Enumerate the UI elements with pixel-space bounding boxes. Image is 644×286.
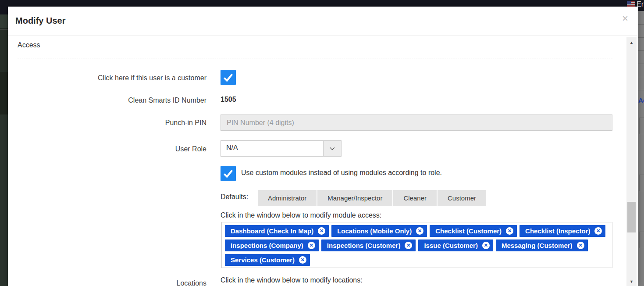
background-button-outline — [639, 118, 644, 134]
scroll-down-icon[interactable]: ▼ — [626, 278, 637, 285]
locations-hint: Click in the window below to modify loca… — [221, 276, 363, 284]
table-row-divider — [638, 24, 644, 25]
background-link-fragment: Ad — [638, 97, 644, 104]
sidebar-segment — [0, 72, 8, 114]
pin-input[interactable] — [221, 114, 612, 131]
remove-tag-icon[interactable]: ✕ — [577, 242, 584, 249]
customer-checkbox-label: Click here if this user is a customer — [18, 73, 206, 83]
module-tag[interactable]: Inspections (Company) ✕ — [225, 240, 319, 251]
module-access-box[interactable]: Dashboard (Check In Map) ✕ Locations (Mo… — [221, 222, 612, 268]
module-tag-label: Inspections (Customer) — [327, 242, 401, 249]
module-tag[interactable]: Messaging (Customer) ✕ — [496, 240, 588, 251]
table-row-divider — [638, 50, 644, 51]
id-number-value: 1505 — [221, 96, 236, 104]
sidebar-segment — [0, 114, 8, 286]
id-number-label: Clean Smarts ID Number — [18, 96, 206, 105]
module-tag-label: Services (Customer) — [231, 256, 295, 264]
user-role-value: N/A — [226, 144, 238, 152]
remove-tag-icon[interactable]: ✕ — [506, 227, 513, 235]
custom-modules-checkbox[interactable] — [221, 166, 236, 181]
chevron-down-icon — [323, 141, 341, 156]
custom-modules-label: Use custom modules instead of using modu… — [241, 169, 442, 177]
scrollbar-thumb[interactable] — [627, 202, 636, 232]
check-icon — [222, 168, 234, 179]
module-tag-label: Issue (Customer) — [424, 242, 478, 249]
remove-tag-icon[interactable]: ✕ — [482, 242, 490, 249]
defaults-button-group: Administrator Manager/Inspector Cleaner … — [258, 190, 486, 206]
locations-label: Locations — [18, 279, 206, 286]
remove-tag-icon[interactable]: ✕ — [299, 256, 306, 264]
dimmed-page-background: Ad — [638, 11, 644, 286]
module-tag[interactable]: Inspections (Customer) ✕ — [321, 240, 416, 251]
remove-tag-icon[interactable]: ✕ — [416, 227, 423, 235]
default-role-button[interactable]: Cleaner — [393, 190, 437, 206]
section-divider — [18, 58, 612, 58]
modal-title: Modify User — [15, 16, 65, 26]
app-sidebar — [0, 14, 8, 286]
check-icon — [222, 72, 234, 83]
remove-tag-icon[interactable]: ✕ — [308, 242, 315, 249]
user-role-select[interactable]: N/A — [221, 140, 342, 157]
sidebar-segment — [0, 29, 8, 72]
sidebar-segment — [0, 14, 8, 29]
module-tag[interactable]: Dashboard (Check In Map) ✕ — [225, 225, 329, 237]
module-tag[interactable]: Services (Customer) ✕ — [225, 254, 310, 266]
remove-tag-icon[interactable]: ✕ — [594, 227, 602, 235]
screen: En Ad Modify User × Access Click here if… — [0, 0, 644, 286]
module-tag-label: Checklist (Inspector) — [525, 227, 590, 235]
modal-header: Modify User × — [8, 7, 638, 36]
table-row-divider — [638, 77, 644, 77]
module-tag[interactable]: Checklist (Inspector) ✕ — [519, 225, 605, 237]
module-tag-label: Checklist (Customer) — [435, 227, 502, 235]
background-button-outline — [639, 232, 644, 248]
modal-scrollbar[interactable]: ▲ ▼ — [626, 37, 637, 286]
module-tag[interactable]: Checklist (Customer) ✕ — [430, 225, 517, 237]
default-role-button[interactable]: Administrator — [258, 190, 317, 206]
remove-tag-icon[interactable]: ✕ — [318, 227, 325, 235]
default-role-button[interactable]: Customer — [438, 190, 486, 206]
section-title-access: Access — [18, 41, 40, 49]
table-row-divider — [638, 90, 644, 90]
module-tag-label: Dashboard (Check In Map) — [231, 227, 313, 235]
module-tag-label: Inspections (Company) — [231, 242, 303, 249]
module-access-hint: Click in the window below to modify modu… — [221, 211, 381, 219]
close-icon[interactable]: × — [619, 13, 631, 24]
scroll-up-icon[interactable]: ▲ — [626, 39, 637, 46]
default-role-button[interactable]: Manager/Inspector — [317, 190, 392, 206]
module-tag-label: Messaging (Customer) — [502, 242, 573, 249]
table-row-divider — [638, 64, 644, 64]
module-tag-label: Locations (Mobile Only) — [337, 227, 412, 235]
table-row-divider — [638, 37, 644, 38]
remove-tag-icon[interactable]: ✕ — [405, 242, 412, 249]
defaults-label: Defaults: — [221, 193, 248, 201]
module-tag[interactable]: Locations (Mobile Only) ✕ — [331, 225, 427, 237]
customer-checkbox[interactable] — [221, 70, 236, 85]
module-tag[interactable]: Issue (Customer) ✕ — [418, 240, 493, 251]
modify-user-modal: Modify User × Access Click here if this … — [8, 7, 638, 286]
background-button-outline — [639, 175, 644, 191]
user-role-label: User Role — [18, 144, 206, 154]
pin-label: Punch-in PIN — [18, 118, 206, 128]
